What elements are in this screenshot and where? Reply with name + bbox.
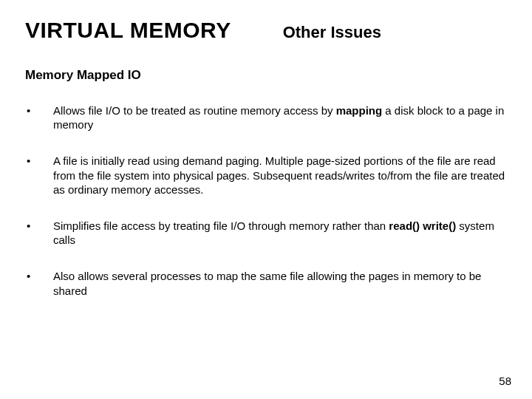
text-segment: A file is initially read using demand pa…: [53, 154, 505, 195]
list-item: • Also allows several processes to map t…: [25, 269, 507, 297]
text-bold: read() write(): [389, 219, 456, 232]
text-segment: Allows file I/O to be treated as routine…: [53, 104, 336, 117]
bullet-list: • Allows file I/O to be treated as routi…: [25, 103, 507, 298]
bullet-marker-icon: •: [25, 269, 53, 297]
bullet-text: Allows file I/O to be treated as routine…: [53, 103, 507, 132]
list-item: • Simplifies file access by treating fil…: [25, 219, 507, 247]
page-number: 58: [499, 375, 511, 387]
bullet-marker-icon: •: [25, 219, 53, 247]
header-row: VIRTUAL MEMORY Other Issues: [25, 18, 507, 43]
list-item: • A file is initially read using demand …: [25, 154, 507, 197]
slide-subtitle: Other Issues: [283, 23, 381, 42]
bullet-text: A file is initially read using demand pa…: [53, 154, 507, 197]
text-segment: Also allows several processes to map the…: [53, 270, 481, 296]
text-segment: Simplifies file access by treating file …: [53, 219, 389, 232]
bullet-marker-icon: •: [25, 154, 53, 197]
text-bold: mapping: [336, 104, 383, 117]
bullet-text: Also allows several processes to map the…: [53, 269, 507, 297]
bullet-marker-icon: •: [25, 103, 53, 132]
list-item: • Allows file I/O to be treated as routi…: [25, 103, 507, 132]
slide-title: VIRTUAL MEMORY: [25, 18, 231, 43]
section-heading: Memory Mapped IO: [25, 68, 507, 83]
bullet-text: Simplifies file access by treating file …: [53, 219, 507, 247]
